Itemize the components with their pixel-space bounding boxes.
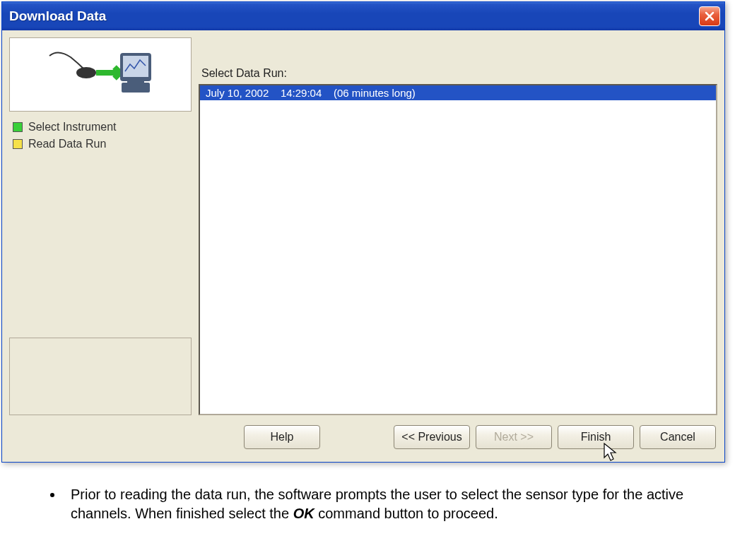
instrument-monitor-icon: [44, 43, 157, 107]
button-row: Help << Previous Next >> Finish Cancel: [2, 415, 724, 462]
titlebar[interactable]: Download Data: [2, 2, 724, 30]
svg-rect-4: [127, 81, 144, 84]
svg-point-0: [76, 67, 96, 78]
content-area: Select Instrument Read Data Run Select D…: [2, 30, 724, 415]
step-select-instrument: Select Instrument: [13, 119, 188, 136]
download-data-window: Download Data: [1, 1, 725, 463]
doc-text-post: command button to proceed.: [314, 506, 498, 521]
cancel-button[interactable]: Cancel: [640, 425, 716, 449]
data-run-listbox[interactable]: July 10, 2002 14:29:04 (06 minutes long): [199, 84, 717, 415]
documentation-paragraph: Prior to reading the data run, the softw…: [0, 464, 735, 530]
step-read-data-run: Read Data Run: [13, 136, 188, 153]
next-button: Next >>: [476, 425, 552, 449]
help-button[interactable]: Help: [244, 425, 320, 449]
step-marker-current-icon: [13, 139, 23, 149]
close-icon: [704, 11, 715, 22]
list-label: Select Data Run:: [199, 67, 717, 80]
close-button[interactable]: [699, 6, 720, 26]
main-panel: Select Data Run: July 10, 2002 14:29:04 …: [199, 37, 717, 415]
wizard-steps: Select Instrument Read Data Run: [9, 112, 192, 160]
previous-button[interactable]: << Previous: [394, 425, 470, 449]
sidebar-info-panel: [9, 338, 192, 415]
wizard-image: [9, 37, 192, 112]
step-marker-done-icon: [13, 122, 23, 132]
step-label: Read Data Run: [28, 138, 106, 150]
doc-text-ok: OK: [293, 506, 314, 521]
list-item[interactable]: July 10, 2002 14:29:04 (06 minutes long): [200, 85, 716, 100]
window-title: Download Data: [9, 8, 106, 24]
svg-rect-3: [122, 83, 150, 93]
finish-button[interactable]: Finish: [558, 425, 634, 449]
doc-bullet: Prior to reading the data run, the softw…: [64, 485, 707, 523]
sidebar: Select Instrument Read Data Run: [9, 37, 192, 415]
step-label: Select Instrument: [28, 121, 117, 133]
